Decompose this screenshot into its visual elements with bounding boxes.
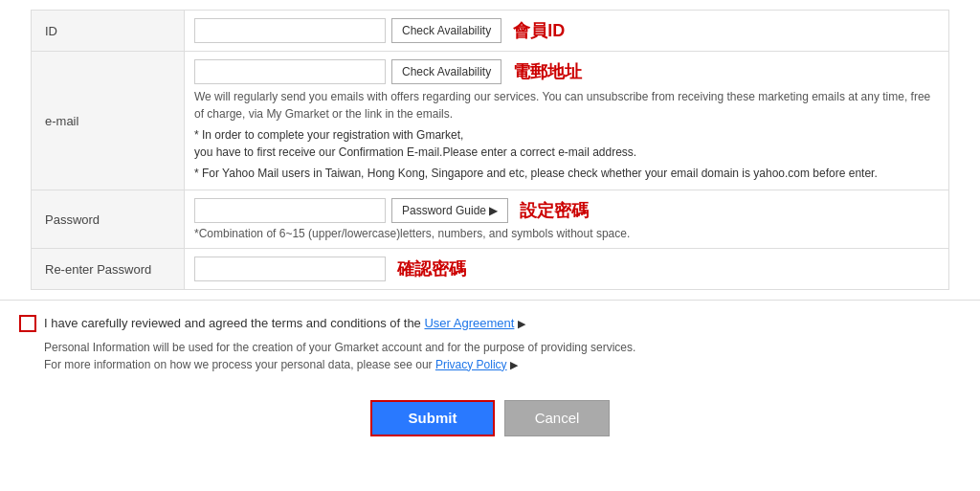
privacy-policy-link[interactable]: Privacy Policy [435,358,507,371]
agreement-checkbox[interactable] [19,315,36,332]
registration-form: ID Check Availability 會員ID e-mail Check … [31,10,949,290]
id-row: ID Check Availability 會員ID [32,11,948,52]
agreement-arrow: ▶ [518,318,525,329]
password-guide-button[interactable]: Password Guide ▶ [391,198,508,223]
email-inline-row: Check Availability 電郵地址 [194,59,939,84]
password-input[interactable] [194,198,386,223]
agreement-sub2: For more information on how we process y… [44,356,961,373]
email-check-availability-button[interactable]: Check Availability [391,59,501,84]
user-agreement-link[interactable]: User Agreement [424,316,514,330]
email-field-cell: Check Availability 電郵地址 We will regularl… [185,52,948,190]
agreement-section: I have carefully reviewed and agreed the… [0,300,980,387]
reenter-password-row: Re-enter Password 確認密碼 [32,249,948,289]
cancel-button[interactable]: Cancel [504,400,610,436]
reenter-label: Re-enter Password [32,249,185,289]
agreement-row: I have carefully reviewed and agreed the… [19,314,961,333]
id-inline-row: Check Availability 會員ID [194,18,939,43]
email-input[interactable] [194,59,386,84]
password-label: Password [32,190,185,248]
id-field-cell: Check Availability 會員ID [185,11,948,51]
reenter-field-cell: 確認密碼 [185,249,948,289]
id-check-availability-button[interactable]: Check Availability [391,18,501,43]
submit-button[interactable]: Submit [370,400,495,436]
email-row: e-mail Check Availability 電郵地址 We will r… [32,52,948,190]
agreement-text: I have carefully reviewed and agreed the… [44,314,525,333]
email-label: e-mail [32,52,185,190]
reenter-password-input[interactable] [194,257,386,281]
email-note1: * In order to complete your registration… [194,126,939,161]
id-input[interactable] [194,18,386,43]
email-note2: * For Yahoo Mail users in Taiwan, Hong K… [194,165,939,182]
password-field-cell: Password Guide ▶ 設定密碼 *Combination of 6~… [185,190,948,248]
id-label: ID [32,11,185,51]
id-chinese-label: 會員ID [513,19,565,42]
reenter-chinese-label: 確認密碼 [397,257,466,280]
email-chinese-label: 電郵地址 [513,60,582,83]
password-chinese-label: 設定密碼 [520,199,589,222]
password-hint: *Combination of 6~15 (upper/lowercase)le… [194,227,939,240]
password-inline-row: Password Guide ▶ 設定密碼 [194,198,939,223]
privacy-arrow: ▶ [510,359,518,370]
button-row: Submit Cancel [0,387,980,446]
reenter-inline-row: 確認密碼 [194,257,939,281]
password-row: Password Password Guide ▶ 設定密碼 *Combinat… [32,190,948,249]
agreement-sub1: Personal Information will be used for th… [44,339,961,356]
email-info-text: We will regularly send you emails with o… [194,88,939,123]
